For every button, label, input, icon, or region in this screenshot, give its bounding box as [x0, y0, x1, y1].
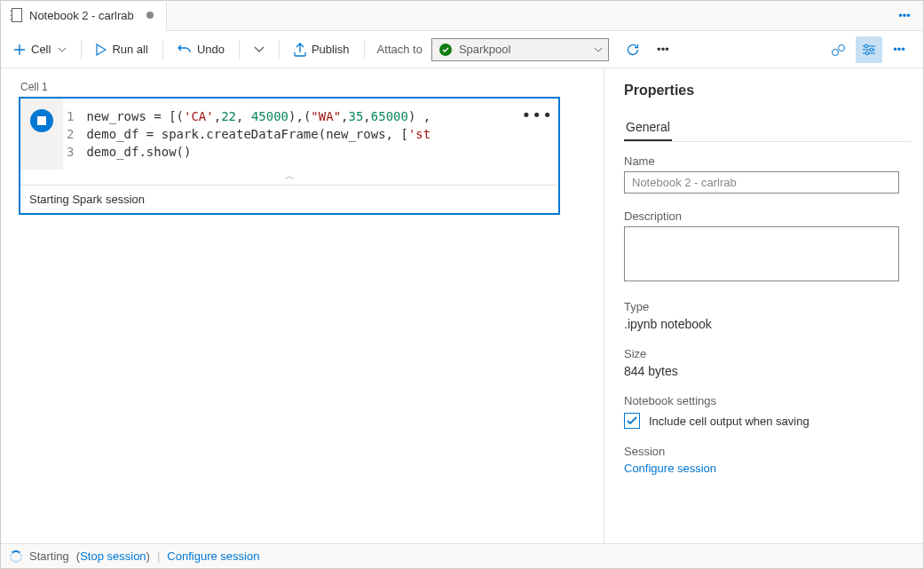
refresh-button[interactable] [620, 36, 646, 63]
toolbar: Cell Run all Undo Publish Attach to Spar… [1, 31, 923, 68]
code-cell[interactable]: 1 2 3 new_rows = [('CA',22, 45000),("WA"… [19, 97, 560, 215]
line-numbers: 1 2 3 [67, 107, 86, 161]
stop-session-group: (Stop session) [76, 549, 150, 563]
notebook-tab[interactable]: Notebook 2 - carlrab [1, 2, 167, 31]
cell-label: Cell 1 [20, 81, 604, 93]
code-editor[interactable]: 1 2 3 new_rows = [('CA',22, 45000),("WA"… [63, 99, 558, 170]
run-all-label: Run all [112, 43, 147, 56]
variables-icon [831, 43, 847, 57]
svg-point-6 [839, 44, 845, 51]
undo-icon [178, 43, 192, 56]
main-area: Cell 1 1 2 3 new_rows = [('CA',22, 45000… [1, 68, 923, 543]
more-icon: ••• [657, 43, 669, 56]
publish-button[interactable]: Publish [287, 39, 357, 60]
tab-bar: Notebook 2 - carlrab ••• [1, 1, 923, 31]
publish-icon [294, 43, 306, 57]
chevron-down-icon [58, 47, 67, 52]
refresh-icon [626, 43, 640, 57]
editor-area: Cell 1 1 2 3 new_rows = [('CA',22, 45000… [1, 68, 604, 543]
stop-cell-button[interactable] [30, 109, 53, 132]
properties-toggle-button[interactable] [856, 36, 882, 63]
spinner-icon [10, 550, 22, 563]
tab-title: Notebook 2 - carlrab [29, 9, 134, 22]
notebook-icon [10, 8, 22, 22]
more-icon: ••• [893, 43, 905, 56]
run-all-button[interactable]: Run all [89, 39, 154, 59]
collapse-cell-button[interactable]: ︿ [20, 170, 558, 185]
publish-label: Publish [312, 43, 350, 56]
attach-to-label: Attach to [372, 43, 428, 56]
properties-tabs: General [624, 115, 911, 142]
cell-more-button[interactable]: ••• [521, 106, 553, 124]
toolbar-overflow-button[interactable]: ••• [886, 36, 912, 63]
tab-general[interactable]: General [624, 115, 672, 141]
properties-title: Properties [624, 83, 911, 99]
add-cell-button[interactable]: Cell [6, 39, 74, 59]
cell-status: Starting Spark session [20, 185, 558, 213]
separator [81, 40, 82, 59]
separator [279, 40, 280, 59]
redo-dropdown-button[interactable] [247, 43, 272, 57]
svg-point-8 [870, 48, 873, 51]
description-input[interactable] [624, 226, 899, 281]
svg-point-7 [865, 44, 868, 48]
size-value: 844 bytes [624, 364, 911, 378]
pool-name: Sparkpool [459, 43, 511, 56]
svg-rect-0 [12, 9, 22, 22]
undo-button[interactable]: Undo [170, 39, 232, 59]
name-label: Name [624, 154, 911, 168]
type-label: Type [624, 300, 911, 313]
svg-point-5 [833, 49, 839, 55]
separator [239, 40, 240, 59]
separator [162, 40, 163, 59]
variables-button[interactable] [825, 36, 852, 63]
separator [364, 40, 365, 59]
undo-label: Undo [197, 43, 225, 56]
check-icon [627, 416, 637, 425]
chevron-up-icon: ︿ [285, 170, 295, 181]
stop-icon [37, 116, 46, 125]
session-label: Session [624, 445, 911, 458]
stop-session-link[interactable]: Stop session [80, 549, 146, 563]
status-bar: Starting (Stop session) | Configure sess… [1, 543, 923, 568]
notebook-settings-label: Notebook settings [624, 394, 911, 407]
session-status: Starting [29, 549, 69, 563]
settings-sliders-icon [862, 43, 876, 57]
name-input[interactable] [624, 171, 899, 194]
add-cell-label: Cell [31, 43, 51, 56]
cell-gutter [20, 99, 63, 170]
tab-overflow-button[interactable]: ••• [896, 3, 923, 29]
more-icon: ••• [898, 9, 911, 22]
chevron-down-icon [594, 47, 603, 52]
play-icon [96, 43, 107, 56]
size-label: Size [624, 347, 911, 360]
include-output-label: Include cell output when saving [649, 415, 809, 428]
chevron-down-icon [254, 46, 265, 53]
toolbar-more-button[interactable]: ••• [650, 36, 676, 63]
code-lines: new_rows = [('CA',22, 45000),("WA",35,65… [86, 107, 430, 161]
toolbar-right: ••• [825, 36, 918, 63]
svg-point-9 [865, 51, 869, 55]
configure-session-link-statusbar[interactable]: Configure session [167, 549, 259, 563]
include-output-checkbox[interactable] [624, 413, 640, 429]
properties-panel: Properties General Name Description Type… [604, 68, 923, 543]
configure-session-link[interactable]: Configure session [624, 462, 911, 475]
type-value: .ipynb notebook [624, 317, 911, 331]
spark-pool-select[interactable]: Sparkpool [431, 38, 609, 61]
status-ok-icon [439, 43, 452, 56]
plus-icon [13, 43, 26, 56]
unsaved-indicator-icon [146, 12, 154, 19]
description-label: Description [624, 209, 911, 223]
